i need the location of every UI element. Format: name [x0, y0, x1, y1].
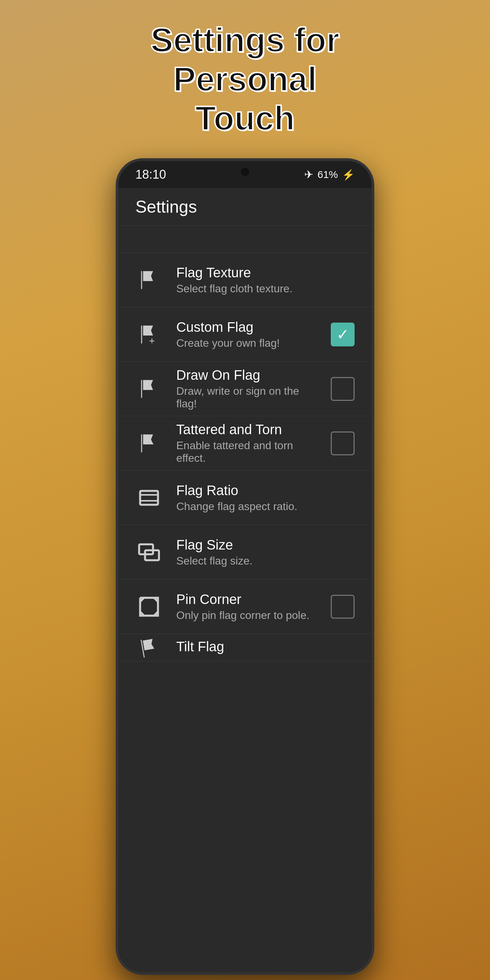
setting-item-custom-flag[interactable]: + Custom Flag Create your own flag! ✓: [118, 307, 372, 362]
setting-item-flag-ratio[interactable]: Flag Ratio Change flag aspect ratio.: [118, 471, 372, 525]
custom-flag-text: Custom Flag Create your own flag!: [176, 320, 317, 350]
checkmark-icon: ✓: [337, 327, 349, 342]
pin-corner-title: Pin Corner: [176, 592, 317, 607]
flag-texture-title: Flag Texture: [176, 265, 355, 280]
flag-texture-subtitle: Select flag cloth texture.: [176, 282, 355, 295]
flag-size-title: Flag Size: [176, 537, 355, 553]
page-title: Settings for Personal Touch: [126, 21, 364, 138]
custom-flag-subtitle: Create your own flag!: [176, 337, 317, 350]
custom-flag-checkbox[interactable]: ✓: [331, 323, 355, 347]
status-icons: ✈ 61% ⚡: [304, 168, 355, 181]
camera-notch: [241, 168, 249, 176]
battery-icon: ⚡: [342, 169, 355, 181]
tilt-flag-text: Tilt Flag: [176, 639, 355, 656]
tattered-checkbox[interactable]: [331, 431, 355, 455]
app-bar-title: Settings: [135, 197, 197, 217]
pin-corner-icon: [135, 593, 163, 620]
flag-texture-text: Flag Texture Select flag cloth texture.: [176, 265, 355, 295]
draw-flag-text: Draw On Flag Draw, write or sign on the …: [176, 368, 317, 410]
settings-section-divider: [118, 226, 372, 253]
setting-item-pin-corner[interactable]: Pin Corner Only pin flag corner to pole.: [118, 579, 372, 634]
setting-item-draw-on-flag[interactable]: Draw On Flag Draw, write or sign on the …: [118, 362, 372, 416]
flag-ratio-subtitle: Change flag aspect ratio.: [176, 500, 355, 513]
draw-flag-title: Draw On Flag: [176, 368, 317, 383]
tilt-flag-icon: [135, 634, 163, 661]
tattered-subtitle: Enable tattered and torn effect.: [176, 439, 317, 465]
custom-flag-icon: +: [135, 321, 163, 348]
svg-rect-2: [140, 491, 158, 504]
flag-texture-icon: [135, 266, 163, 294]
flag-ratio-title: Flag Ratio: [176, 483, 355, 498]
flag-ratio-text: Flag Ratio Change flag aspect ratio.: [176, 483, 355, 513]
battery-percent: 61%: [318, 169, 338, 180]
app-bar: Settings: [118, 188, 372, 226]
flag-size-icon: [135, 539, 163, 566]
flag-ratio-icon: [135, 484, 163, 511]
draw-flag-checkbox[interactable]: [331, 377, 355, 401]
tattered-title: Tattered and Torn: [176, 422, 317, 437]
setting-item-tattered[interactable]: Tattered and Torn Enable tattered and to…: [118, 416, 372, 471]
draw-flag-icon: [135, 375, 163, 402]
pin-corner-checkbox[interactable]: [331, 595, 355, 619]
setting-item-flag-size[interactable]: Flag Size Select flag size.: [118, 525, 372, 579]
tattered-icon: [135, 430, 163, 457]
airplane-icon: ✈: [304, 168, 313, 181]
custom-flag-title: Custom Flag: [176, 320, 317, 335]
tilt-flag-title: Tilt Flag: [176, 639, 355, 654]
pin-corner-text: Pin Corner Only pin flag corner to pole.: [176, 592, 317, 622]
settings-list: Flag Texture Select flag cloth texture. …: [118, 253, 372, 972]
setting-item-tilt-flag[interactable]: Tilt Flag: [118, 634, 372, 662]
flag-size-subtitle: Select flag size.: [176, 555, 355, 567]
draw-flag-subtitle: Draw, write or sign on the flag!: [176, 385, 317, 410]
tattered-text: Tattered and Torn Enable tattered and to…: [176, 422, 317, 465]
status-time: 18:10: [135, 167, 166, 182]
flag-size-text: Flag Size Select flag size.: [176, 537, 355, 567]
svg-text:+: +: [149, 336, 155, 347]
setting-item-flag-texture[interactable]: Flag Texture Select flag cloth texture.: [118, 253, 372, 307]
pin-corner-subtitle: Only pin flag corner to pole.: [176, 609, 317, 622]
phone-frame: 18:10 ✈ 61% ⚡ Settings Flag Texture Sele…: [116, 158, 374, 975]
